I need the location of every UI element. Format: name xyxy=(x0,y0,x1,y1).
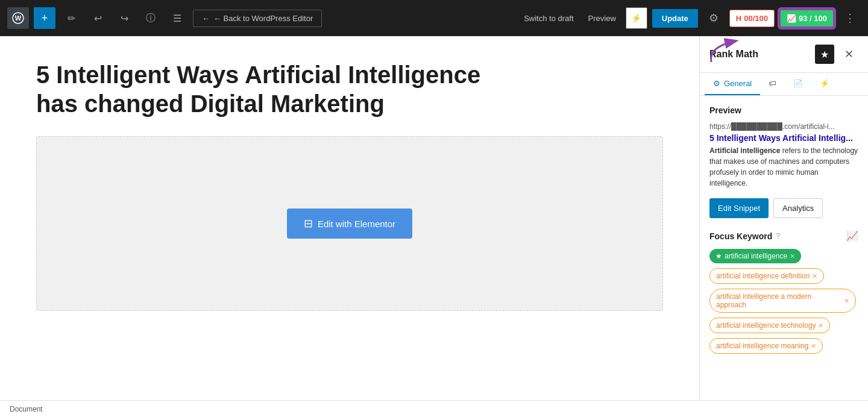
rankmath-up-icon: 📈 xyxy=(787,14,796,23)
ellipsis-icon: ⋮ xyxy=(844,11,855,25)
tab-general[interactable]: ⚙ General xyxy=(705,73,760,95)
schema-tab-icon: 📄 xyxy=(793,79,803,88)
keyword-remove-3-icon[interactable]: ✕ xyxy=(818,322,823,330)
edit-snippet-button[interactable]: Edit Snippet xyxy=(709,198,769,218)
preview-title: Preview xyxy=(709,105,858,115)
keyword-text-4: artificial intelligence meaning xyxy=(716,342,808,350)
close-icon: ✕ xyxy=(844,48,854,61)
add-block-button[interactable]: + xyxy=(34,7,55,29)
back-arrow-icon: ← xyxy=(202,14,210,23)
keyword-tag-4[interactable]: artificial intelligence meaning ✕ xyxy=(709,338,823,354)
tab-advanced[interactable]: ⚡ xyxy=(811,73,838,95)
keyword-remove-2-icon[interactable]: ✕ xyxy=(844,297,849,305)
keyword-text-1: artificial intelligence definition xyxy=(716,272,810,280)
rankmath-header: Rank Math ★ ✕ xyxy=(700,36,868,73)
more-options-button[interactable]: ⋮ xyxy=(839,7,861,29)
analytics-button[interactable]: Analytics xyxy=(773,198,823,218)
rankmath-tabs: ⚙ General 🏷 📄 ⚡ xyxy=(700,73,868,96)
list-view-button[interactable]: ☰ xyxy=(166,7,188,29)
preview-description: Artificial intelligence refers to the te… xyxy=(709,145,858,189)
gear-icon: ⚙ xyxy=(709,11,719,25)
h-score-value: 00/100 xyxy=(744,14,768,23)
main-layout: 5 Intelligent Ways Artificial Intelligen… xyxy=(0,36,868,400)
keyword-tag-1[interactable]: artificial intelligence definition ✕ xyxy=(709,268,824,284)
rankmath-content: Preview https://██████████.com/artificia… xyxy=(700,96,868,400)
tools-button[interactable]: ✏ xyxy=(60,7,82,29)
redo-icon: ↪ xyxy=(121,13,128,24)
preview-link: 5 Intelligent Ways Artificial Intellig..… xyxy=(709,133,858,143)
focus-keyword-header: Focus Keyword ? 📈 xyxy=(709,230,858,242)
preview-button[interactable]: Preview xyxy=(583,14,621,23)
editor-area: 5 Intelligent Ways Artificial Intelligen… xyxy=(0,36,699,400)
performance-button[interactable]: ⚡ xyxy=(626,7,647,29)
toolbar: W + ✏ ↩ ↪ ⓘ ☰ ← ← Back to WordPress Edit… xyxy=(0,0,868,36)
keyword-tag-3[interactable]: artificial intelligence technology ✕ xyxy=(709,318,830,333)
keyword-remove-4-icon[interactable]: ✕ xyxy=(811,342,816,350)
preview-url: https://██████████.com/artificial-i... xyxy=(709,122,858,131)
keyword-star-icon: ★ xyxy=(715,252,722,260)
info-icon: ⓘ xyxy=(146,12,156,25)
star-icon: ★ xyxy=(820,49,829,60)
advanced-tab-icon: ⚡ xyxy=(820,79,829,88)
elementor-block: ⊟ Edit with Elementor xyxy=(36,136,663,311)
back-to-wp-editor-button[interactable]: ← ← Back to WordPress Editor xyxy=(193,10,322,27)
keyword-text-3: artificial intelligence technology xyxy=(716,321,816,330)
elementor-icon: ⊟ xyxy=(304,217,313,230)
help-icon[interactable]: ? xyxy=(776,232,780,240)
keyword-tag-2[interactable]: artificial intelligence a modern approac… xyxy=(709,289,856,313)
seo-h-score-button[interactable]: H 00/100 xyxy=(729,10,775,27)
keyword-tag-primary[interactable]: ★ artificial intelligence ✕ xyxy=(709,249,801,263)
keyword-remove-1-icon[interactable]: ✕ xyxy=(812,272,817,280)
lightning-icon: ⚡ xyxy=(631,13,641,23)
plus-icon: + xyxy=(42,12,48,25)
keyword-remove-icon[interactable]: ✕ xyxy=(790,252,795,260)
settings-button[interactable]: ⚙ xyxy=(703,7,725,29)
status-bar: Document xyxy=(0,400,868,417)
focus-keyword-title: Focus Keyword xyxy=(709,231,772,241)
keyword-text-2: artificial intelligence a modern approac… xyxy=(716,292,841,309)
wp-logo: W xyxy=(7,7,29,29)
document-status: Document xyxy=(10,405,43,413)
tab-social[interactable]: 🏷 xyxy=(760,73,785,95)
switch-to-draft-button[interactable]: Switch to draft xyxy=(519,14,578,23)
keyword-text: artificial intelligence xyxy=(725,252,787,260)
post-title[interactable]: 5 Intelligent Ways Artificial Intelligen… xyxy=(36,60,518,118)
rankmath-title: Rank Math xyxy=(709,49,810,60)
undo-icon: ↩ xyxy=(94,13,102,24)
info-button[interactable]: ⓘ xyxy=(140,7,162,29)
edit-with-elementor-button[interactable]: ⊟ Edit with Elementor xyxy=(287,208,412,239)
svg-text:W: W xyxy=(15,14,22,22)
keywords-list: ★ artificial intelligence ✕ artificial i… xyxy=(709,249,858,359)
redo-button[interactable]: ↪ xyxy=(113,7,135,29)
rankmath-close-button[interactable]: ✕ xyxy=(839,45,858,64)
gear-tab-icon: ⚙ xyxy=(713,79,720,88)
rankmath-star-button[interactable]: ★ xyxy=(815,45,834,64)
rankmath-sidebar: Rank Math ★ ✕ ⚙ General 🏷 📄 ⚡ xyxy=(699,36,868,400)
trend-chart-icon[interactable]: 📈 xyxy=(846,230,858,242)
focus-keyword-section: Focus Keyword ? 📈 ★ artificial intellige… xyxy=(709,230,858,359)
h-icon: H xyxy=(736,14,741,23)
tab-schema[interactable]: 📄 xyxy=(785,73,811,95)
rankmath-score-button[interactable]: 📈 93 / 100 xyxy=(779,9,834,28)
preview-section: Preview https://██████████.com/artificia… xyxy=(709,105,858,189)
snippet-actions: Edit Snippet Analytics xyxy=(709,198,858,218)
rm-score-value: 93 / 100 xyxy=(799,14,827,23)
update-button[interactable]: Update xyxy=(652,9,698,28)
undo-button[interactable]: ↩ xyxy=(87,7,108,29)
list-icon: ☰ xyxy=(173,13,181,24)
social-tab-icon: 🏷 xyxy=(769,79,776,88)
pen-icon: ✏ xyxy=(68,13,75,24)
